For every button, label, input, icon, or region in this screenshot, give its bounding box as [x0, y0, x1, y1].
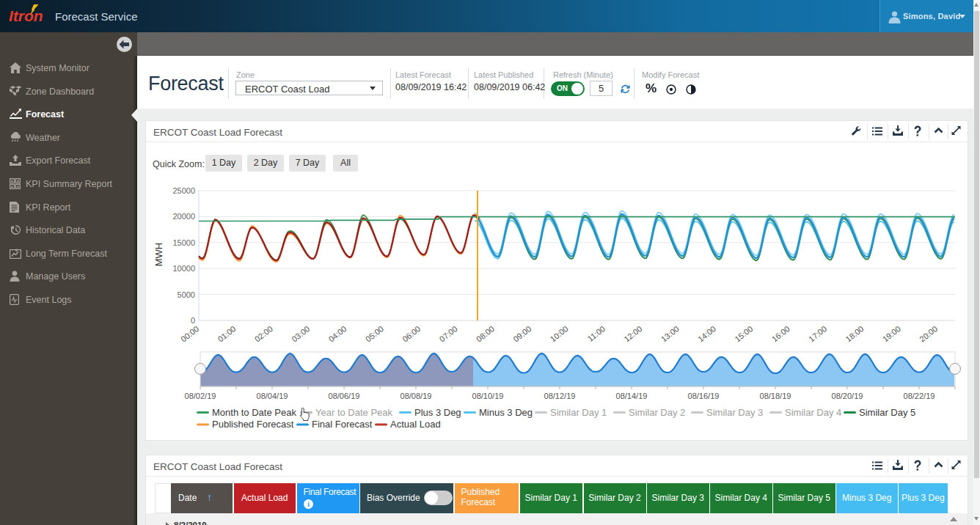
svg-text:Similar Day 2: Similar Day 2	[629, 407, 685, 418]
svg-text:08/10/19: 08/10/19	[472, 392, 504, 400]
svg-text:Published Forecast: Published Forecast	[212, 419, 294, 430]
svg-text:0: 0	[191, 316, 195, 325]
svg-text:08/06/19: 08/06/19	[329, 392, 360, 400]
svg-text:13:00: 13:00	[659, 324, 681, 343]
svg-text:03:00: 03:00	[290, 324, 311, 343]
svg-text:Minus 3 Deg: Minus 3 Deg	[479, 407, 533, 418]
svg-text:19:00: 19:00	[881, 324, 902, 343]
svg-text:14:00: 14:00	[696, 324, 717, 343]
svg-text:Year to Date Peak: Year to Date Peak	[315, 407, 393, 418]
svg-text:Actual Load: Actual Load	[390, 419, 441, 430]
svg-text:08/18/19: 08/18/19	[760, 392, 791, 400]
svg-text:09:00: 09:00	[511, 324, 533, 343]
svg-text:20000: 20000	[172, 212, 195, 221]
svg-text:18:00: 18:00	[844, 324, 865, 343]
svg-text:Similar Day 4: Similar Day 4	[785, 407, 841, 418]
svg-text:10000: 10000	[172, 264, 195, 273]
svg-text:MWH: MWH	[153, 243, 164, 267]
svg-text:08:00: 08:00	[475, 324, 496, 343]
svg-text:08/22/19: 08/22/19	[904, 392, 935, 400]
svg-text:12:00: 12:00	[622, 324, 643, 343]
svg-text:10:00: 10:00	[549, 324, 570, 343]
svg-text:15:00: 15:00	[733, 324, 754, 343]
svg-text:07:00: 07:00	[438, 324, 459, 343]
svg-text:05:00: 05:00	[364, 324, 385, 343]
svg-text:08/08/19: 08/08/19	[401, 392, 432, 400]
svg-text:Similar Day 1: Similar Day 1	[550, 407, 607, 418]
svg-text:i: i	[307, 501, 310, 508]
svg-text:16:00: 16:00	[770, 324, 791, 343]
svg-text:Similar Day 3: Similar Day 3	[706, 407, 763, 418]
svg-text:08/20/19: 08/20/19	[832, 392, 863, 400]
svg-text:00:00: 00:00	[179, 324, 200, 343]
svg-text:15000: 15000	[172, 238, 195, 247]
svg-text:11:00: 11:00	[586, 324, 607, 343]
svg-text:04:00: 04:00	[327, 324, 348, 343]
svg-text:08/04/19: 08/04/19	[257, 392, 288, 400]
svg-text:20:00: 20:00	[918, 324, 939, 343]
svg-text:02:00: 02:00	[253, 324, 274, 343]
svg-text:Similar Day 5: Similar Day 5	[859, 407, 915, 418]
svg-text:06:00: 06:00	[401, 324, 422, 343]
svg-text:25000: 25000	[172, 186, 195, 195]
svg-text:08/02/19: 08/02/19	[185, 392, 216, 400]
svg-text:17:00: 17:00	[807, 324, 828, 343]
svg-text:08/16/19: 08/16/19	[688, 392, 720, 400]
svg-text:08/14/19: 08/14/19	[616, 392, 648, 400]
svg-text:01:00: 01:00	[216, 324, 238, 343]
svg-text:Plus 3 Deg: Plus 3 Deg	[414, 407, 461, 418]
svg-text:08/12/19: 08/12/19	[544, 392, 576, 400]
svg-text:5000: 5000	[178, 290, 195, 299]
svg-text:Month to Date Peak: Month to Date Peak	[212, 407, 296, 418]
svg-text:Final Forecast: Final Forecast	[312, 419, 373, 430]
